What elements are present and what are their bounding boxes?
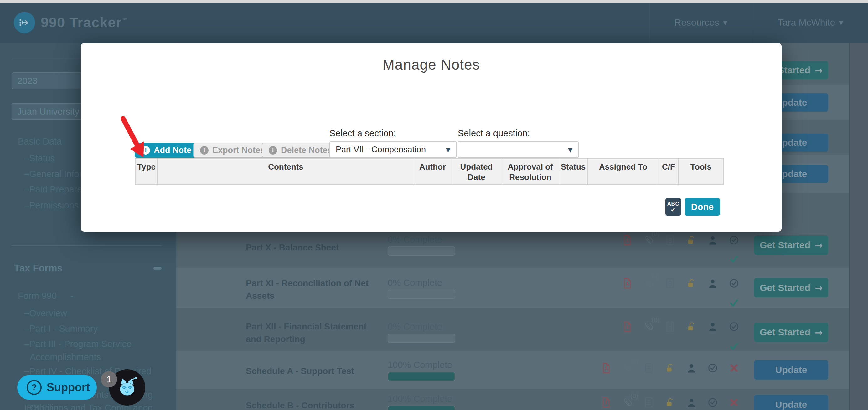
get-started-button[interactable]: Get Started — [754, 323, 828, 342]
unlock-icon[interactable] — [686, 278, 696, 289]
arrow-right-icon — [815, 327, 823, 338]
arrow-right-icon — [815, 283, 823, 293]
complete-check-icon — [729, 298, 739, 308]
check-circle-icon[interactable] — [729, 278, 739, 289]
progress-label: 0% Complete — [388, 234, 442, 245]
caret-down-icon — [723, 18, 727, 28]
check-circle-icon[interactable] — [729, 234, 739, 246]
assign-user-icon[interactable] — [686, 362, 696, 374]
assign-user-icon[interactable] — [708, 278, 718, 289]
collapse-minus-icon[interactable] — [153, 267, 162, 270]
export-notes-button[interactable]: Export Notes — [193, 143, 272, 158]
attachments-icon[interactable]: (0) — [622, 397, 632, 408]
collapse-dash-icon[interactable]: - — [70, 291, 73, 301]
brand-logo-icon[interactable] — [14, 12, 35, 33]
delete-notes-button[interactable]: Delete Notes — [262, 143, 339, 158]
sidebar-item-part-iii[interactable]: –Part III - Program Service Accomplishme… — [24, 337, 177, 363]
pdf-file-icon[interactable] — [601, 362, 611, 374]
sidebar-heading-tax-forms[interactable]: Tax Forms — [14, 263, 62, 274]
complete-check-icon — [729, 255, 739, 264]
section-select[interactable]: Part VII - Compensation — [330, 141, 457, 158]
progress-bar — [388, 246, 455, 256]
notes-icon[interactable] — [665, 321, 675, 332]
row-tools: (0) — [622, 278, 739, 289]
column-header-tools: Tools — [679, 158, 723, 184]
pdf-file-icon[interactable] — [622, 321, 632, 332]
pdf-file-icon[interactable] — [622, 234, 632, 246]
notes-icon[interactable] — [644, 397, 654, 408]
notes-icon[interactable] — [644, 362, 654, 374]
reject-x-icon[interactable] — [729, 397, 739, 408]
notes-table-header: Type Contents Author Updated Date Approv… — [135, 158, 724, 185]
progress-label: 100% Complete — [388, 394, 452, 404]
sidebar-divider — [11, 245, 162, 246]
sidebar-item-part-v-line2[interactable]: IRS Filings and Tax Compliance — [24, 401, 177, 410]
check-circle-icon[interactable] — [729, 321, 739, 332]
unlock-icon[interactable] — [686, 321, 696, 332]
row-tools: (0) — [601, 397, 739, 408]
app-header: 990 Tracker™ Resources Tara McWhite — [0, 2, 868, 42]
check-circle-icon[interactable] — [708, 397, 718, 408]
support-button[interactable]: Support — [17, 375, 97, 400]
account-name-label: Tara McWhite — [778, 17, 835, 28]
done-button[interactable]: Done — [685, 198, 720, 216]
attachments-icon[interactable]: (0) — [644, 234, 654, 246]
nav-resources[interactable]: Resources — [649, 2, 752, 42]
app-root: 990 Tracker™ Resources Tara McWhite 2023… — [0, 0, 868, 410]
check-icon — [671, 207, 676, 213]
question-select[interactable] — [458, 141, 579, 158]
pdf-file-icon[interactable] — [601, 397, 611, 408]
question-select-label: Select a question: — [458, 128, 530, 139]
plus-circle-icon — [200, 146, 209, 154]
get-started-button[interactable]: Get Started — [754, 278, 828, 297]
attachment-count: (0) — [631, 358, 638, 365]
question-circle-icon — [27, 380, 42, 395]
section-row-title: Part XII - Financial Statement and Repor… — [246, 320, 377, 345]
section-row-title: Part XI - Reconciliation of Net Assets — [246, 277, 371, 302]
section-row-title: Schedule A - Support Test — [246, 365, 383, 377]
attachments-icon[interactable]: (0) — [644, 321, 654, 332]
manage-notes-modal: Manage Notes Add Note Export Notes Delet… — [81, 43, 782, 232]
progress-bar — [388, 290, 455, 299]
attachments-icon[interactable]: (0) — [622, 362, 632, 374]
attachment-count: (0) — [631, 392, 638, 400]
window-top-strip — [0, 0, 868, 2]
notes-icon[interactable] — [665, 234, 675, 246]
sidebar-group-basic-data[interactable]: Basic Data — [18, 136, 62, 147]
caret-down-icon — [446, 145, 450, 155]
nav-resources-label: Resources — [675, 17, 719, 28]
modal-title: Manage Notes — [81, 56, 782, 73]
caret-down-icon — [568, 145, 572, 155]
progress-label: 0% Complete — [388, 322, 442, 332]
arrow-right-icon — [815, 65, 823, 76]
check-circle-icon[interactable] — [708, 362, 718, 374]
reject-x-icon[interactable] — [729, 362, 739, 374]
progress-bar — [388, 406, 455, 410]
progress-bar — [388, 333, 455, 343]
row-tools: (0) — [601, 362, 739, 374]
update-button[interactable]: Update — [754, 395, 828, 410]
unlock-icon[interactable] — [686, 234, 696, 246]
assign-user-icon[interactable] — [708, 321, 718, 332]
sidebar-item-part-i-summary[interactable]: –Part I - Summary — [24, 322, 177, 335]
update-button[interactable]: Update — [754, 360, 828, 380]
get-started-button[interactable]: Get Started — [754, 235, 828, 255]
section-select-value: Part VII - Compensation — [336, 145, 426, 154]
sidebar-item-overview[interactable]: –Overview — [24, 306, 177, 320]
section-select-label: Select a section: — [330, 128, 396, 139]
complete-check-icon — [729, 342, 739, 351]
nav-account-menu[interactable]: Tara McWhite — [751, 2, 868, 42]
column-header-contents: Contents — [157, 158, 414, 184]
spellcheck-button[interactable]: ABC — [665, 198, 681, 216]
unlock-icon[interactable] — [665, 362, 675, 374]
unlock-icon[interactable] — [665, 397, 675, 408]
pdf-file-icon[interactable] — [622, 278, 632, 289]
assign-user-icon[interactable] — [708, 234, 718, 246]
assign-user-icon[interactable] — [686, 397, 696, 408]
progress-label: 0% Complete — [388, 278, 442, 288]
notes-icon[interactable] — [665, 278, 675, 289]
sidebar-group-form-990[interactable]: Form 990 — [18, 291, 57, 301]
spellcheck-label: ABC — [667, 201, 679, 207]
attachments-icon[interactable]: (0) — [644, 278, 654, 289]
brand-name[interactable]: 990 Tracker™ — [41, 14, 128, 31]
